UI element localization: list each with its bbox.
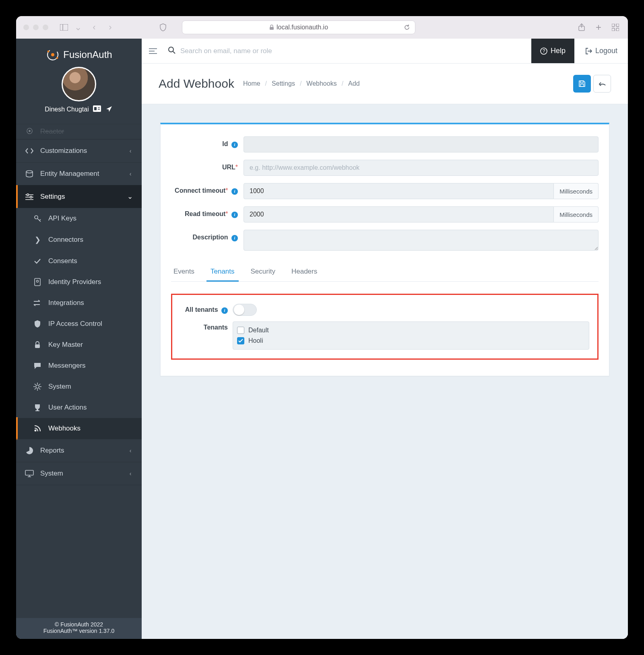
tab-security[interactable]: Security bbox=[250, 262, 276, 281]
shield-icon[interactable] bbox=[158, 22, 168, 33]
key-icon bbox=[33, 215, 42, 222]
sidebar-item-settings[interactable]: Settings ⌄ bbox=[16, 185, 142, 208]
sidebar-item-key-master[interactable]: Key Master bbox=[16, 334, 142, 355]
info-icon[interactable]: i bbox=[221, 307, 228, 314]
exchange-icon bbox=[33, 300, 42, 306]
tabs: Events Tenants Security Headers bbox=[171, 262, 599, 282]
svg-line-35 bbox=[39, 388, 40, 389]
sidebar-item-user-actions[interactable]: User Actions bbox=[16, 397, 142, 418]
help-button[interactable]: ? Help bbox=[531, 39, 574, 63]
svg-point-23 bbox=[35, 216, 38, 219]
tenant-option-hooli[interactable]: Hooli bbox=[237, 336, 585, 346]
sidebar-item-reactor[interactable]: ⦿ Reactor bbox=[16, 124, 142, 139]
breadcrumb-item[interactable]: Home bbox=[243, 80, 260, 87]
sidebar-item-webhooks[interactable]: Webhooks bbox=[16, 418, 142, 439]
brand-logo[interactable]: FusionAuth bbox=[45, 47, 112, 62]
sidebar-item-identity[interactable]: Identity Providers bbox=[16, 272, 142, 292]
sidebar-item-messengers[interactable]: Messengers bbox=[16, 355, 142, 376]
forward-chevron-icon[interactable]: › bbox=[105, 22, 116, 33]
svg-point-17 bbox=[26, 171, 33, 173]
user-name: Dinesh Chugtai bbox=[45, 106, 89, 113]
label-id: Id bbox=[222, 140, 228, 147]
page-title: Add Webhook bbox=[159, 77, 234, 91]
description-field[interactable] bbox=[244, 230, 599, 251]
menu-toggle-icon[interactable] bbox=[142, 48, 164, 54]
svg-rect-28 bbox=[35, 344, 40, 348]
shield-icon bbox=[33, 320, 42, 328]
topbar: ? Help Logout bbox=[142, 39, 628, 64]
svg-line-37 bbox=[35, 388, 36, 389]
close-window-dot[interactable] bbox=[23, 25, 29, 30]
checkbox-checked-icon[interactable] bbox=[237, 337, 244, 344]
sidebar-item-label: Consents bbox=[48, 257, 77, 265]
comment-icon bbox=[33, 362, 42, 369]
sidebar-item-label: System bbox=[40, 470, 63, 478]
location-arrow-icon[interactable] bbox=[105, 105, 113, 113]
unit-addon: Milliseconds bbox=[554, 206, 599, 222]
svg-line-34 bbox=[35, 384, 36, 385]
back-button[interactable] bbox=[593, 75, 611, 93]
zoom-window-dot[interactable] bbox=[43, 25, 48, 30]
sidebar-item-consents[interactable]: Consents bbox=[16, 251, 142, 272]
share-icon[interactable] bbox=[576, 22, 587, 33]
sidebar-item-label: Webhooks bbox=[48, 424, 80, 433]
sidebar-item-label: Integrations bbox=[48, 299, 84, 307]
tenant-option-default[interactable]: Default bbox=[237, 325, 585, 336]
connect-timeout-field[interactable] bbox=[244, 183, 554, 199]
sidebar-item-label: User Actions bbox=[48, 404, 87, 412]
tenants-list: Default Hooli bbox=[233, 321, 589, 350]
sidebar-item-label: Key Master bbox=[48, 341, 83, 349]
minimize-window-dot[interactable] bbox=[33, 25, 39, 30]
url-bar[interactable]: local.fusionauth.io bbox=[182, 21, 415, 34]
info-icon[interactable]: i bbox=[231, 142, 238, 148]
save-button[interactable] bbox=[573, 75, 591, 93]
sidebar-item-integrations[interactable]: Integrations bbox=[16, 292, 142, 313]
tab-events[interactable]: Events bbox=[173, 262, 195, 281]
reload-icon[interactable] bbox=[404, 21, 410, 34]
footer-version: FusionAuth™ version 1.37.0 bbox=[16, 628, 142, 634]
titlebar-dropdown-icon[interactable]: ⌄ bbox=[72, 22, 84, 33]
logout-button[interactable]: Logout bbox=[574, 47, 628, 55]
id-badge-icon bbox=[33, 278, 42, 286]
sidebar-item-customizations[interactable]: Customizations ‹ bbox=[16, 139, 142, 162]
sidebar-toggle-icon[interactable] bbox=[59, 22, 69, 33]
desktop-icon bbox=[25, 470, 34, 477]
sidebar-item-entity[interactable]: Entity Management ‹ bbox=[16, 162, 142, 185]
database-icon bbox=[25, 170, 34, 177]
back-chevron-icon[interactable]: ‹ bbox=[89, 22, 100, 33]
info-icon[interactable]: i bbox=[231, 235, 238, 241]
footer-copyright: © FusionAuth 2022 bbox=[16, 621, 142, 628]
checkbox-unchecked-icon[interactable] bbox=[237, 327, 244, 334]
breadcrumb-item[interactable]: Settings bbox=[272, 80, 295, 87]
url-field[interactable] bbox=[244, 160, 599, 176]
search-input[interactable] bbox=[180, 47, 527, 55]
svg-point-40 bbox=[35, 430, 37, 432]
id-field bbox=[244, 136, 599, 152]
svg-rect-38 bbox=[37, 409, 38, 410]
read-timeout-field[interactable] bbox=[244, 206, 554, 222]
page-header: Add Webhook Home/ Settings/ Webhooks/ Ad… bbox=[142, 64, 628, 104]
form-card: Id i URL* Connect timeout* i bbox=[160, 123, 609, 376]
label-read-timeout: Read timeout bbox=[185, 210, 225, 217]
sidebar-item-connectors[interactable]: ❯Connectors bbox=[16, 229, 142, 251]
all-tenants-toggle[interactable] bbox=[233, 304, 257, 316]
tab-tenants[interactable]: Tenants bbox=[210, 262, 235, 281]
sidebar-item-ip-access[interactable]: IP Access Control bbox=[16, 313, 142, 334]
new-tab-icon[interactable]: + bbox=[593, 22, 604, 33]
help-label: Help bbox=[551, 47, 566, 55]
breadcrumb-item[interactable]: Webhooks bbox=[306, 80, 336, 87]
chevron-right-icon: ❯ bbox=[33, 235, 42, 244]
id-card-icon[interactable] bbox=[93, 105, 101, 113]
sidebar-item-system2[interactable]: System ‹ bbox=[16, 462, 142, 485]
traffic-lights bbox=[23, 25, 48, 30]
tab-headers[interactable]: Headers bbox=[291, 262, 318, 281]
info-icon[interactable]: i bbox=[231, 212, 238, 218]
sidebar-item-reports[interactable]: Reports ‹ bbox=[16, 439, 142, 462]
tab-overview-icon[interactable] bbox=[610, 22, 621, 33]
svg-point-11 bbox=[47, 51, 50, 53]
label-url: URL bbox=[222, 164, 235, 171]
avatar[interactable] bbox=[62, 67, 96, 101]
sidebar-item-api-keys[interactable]: API Keys bbox=[16, 208, 142, 229]
sidebar-item-system[interactable]: System bbox=[16, 376, 142, 397]
info-icon[interactable]: i bbox=[231, 188, 238, 195]
